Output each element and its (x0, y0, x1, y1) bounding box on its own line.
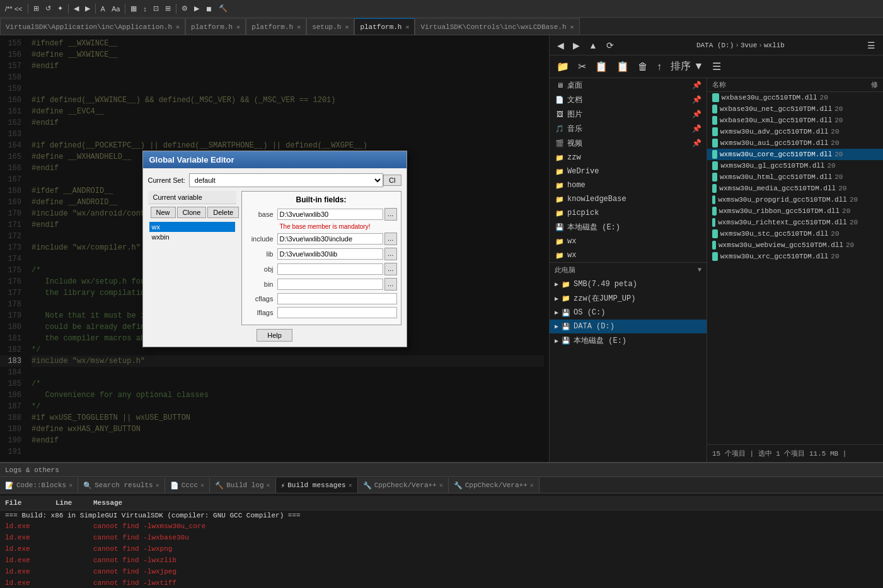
tree-item-data-d[interactable]: ▶ 💾 DATA (D:) (550, 320, 707, 333)
variable-item-wxbin[interactable]: wxbin (149, 232, 235, 242)
field-more-obj[interactable]: … (384, 263, 397, 275)
tree-item-local-disk-e[interactable]: ▶ 💾 本地磁盘 (E:) (550, 333, 707, 348)
tree-item-wx-1[interactable]: 📁 wx (550, 234, 707, 248)
toolbar-btn-build3[interactable]: ⏹ (203, 4, 215, 14)
toolbar-btn-misc2[interactable]: ↕ (141, 4, 149, 14)
logs-tab-buildmsg[interactable]: ⚡ Build messages ✕ (276, 478, 358, 493)
toolbar-btn-misc1[interactable]: ▦ (128, 3, 139, 14)
current-set-select[interactable]: default (189, 173, 383, 187)
rt-up-btn[interactable]: ↑ (654, 60, 665, 74)
logs-tab-close[interactable]: ✕ (349, 481, 352, 489)
file-item[interactable]: wxmsw30u_adv_gcc510TDM.dll 20 (707, 126, 883, 137)
rt-sort-btn[interactable]: 排序 ▼ (667, 59, 707, 74)
rt-cut-btn[interactable]: ✂ (575, 59, 589, 74)
variable-item-wx[interactable]: wx (149, 222, 235, 232)
tab-close-platform-2[interactable]: ✕ (297, 23, 301, 31)
tree-item-smb[interactable]: ▶ 📁 SMB(7.49 peta) (550, 277, 707, 291)
toolbar-btn-build2[interactable]: ▶ (192, 3, 202, 14)
new-button[interactable]: New (151, 207, 176, 218)
logs-tab-cccc[interactable]: 📄 Cccc ✕ (165, 478, 210, 493)
field-input-bin[interactable] (277, 279, 383, 290)
toolbar-btn-misc4[interactable]: ⊞ (163, 3, 173, 14)
tree-item-knowledgebase[interactable]: 📁 knowledgeBase (550, 192, 707, 206)
field-more-lib[interactable]: … (384, 248, 397, 260)
logs-tab-close[interactable]: ✕ (156, 481, 159, 489)
toolbar-btn-a2[interactable]: Aa (109, 4, 122, 14)
rt-paste-btn[interactable]: 📋 (613, 59, 632, 74)
field-more-base[interactable]: … (384, 208, 397, 221)
tab-application-h[interactable]: VirtualSDK\Application\inc\Application.h… (0, 18, 185, 35)
toolbar-btn-a1[interactable]: A (98, 4, 108, 14)
tree-item-wx-2[interactable]: 📁 wx (550, 248, 707, 262)
tree-item-music[interactable]: 🎵 音乐 📌 (550, 122, 707, 136)
logs-tab-codeblocks[interactable]: 📝 Code::Blocks ✕ (0, 478, 78, 493)
tree-item-documents[interactable]: 📄 文档 📌 (550, 93, 707, 107)
tree-item-home[interactable]: 📁 home (550, 178, 707, 192)
tab-close-setup[interactable]: ✕ (345, 23, 349, 31)
computer-header[interactable]: 此电脑 ▼ (550, 263, 707, 277)
rt-copy-btn[interactable]: 📋 (592, 59, 611, 74)
tree-item-video[interactable]: 🎬 视频 📌 (550, 136, 707, 151)
tab-setup-h[interactable]: setup.h ✕ (306, 18, 354, 35)
field-input-include[interactable] (277, 233, 383, 245)
logs-tab-close[interactable]: ✕ (530, 481, 534, 489)
file-item[interactable]: wxbase30u_gcc510TDM.dll 20 (707, 92, 883, 103)
tree-item-wedrive[interactable]: 📁 WeDrive (550, 164, 707, 178)
file-item[interactable]: wxbase30u_xml_gcc510TDM.dll 20 (707, 115, 883, 126)
toolbar-btn-nav3[interactable]: ✦ (55, 3, 66, 14)
field-more-include[interactable]: … (384, 233, 397, 245)
toolbar-btn-forward[interactable]: ▶ (83, 3, 93, 14)
field-input-base[interactable] (277, 209, 383, 220)
tab-close-platform-active[interactable]: ✕ (405, 23, 409, 31)
file-item[interactable]: wxmsw30u_richtext_gcc510TDM.dll 20 (707, 217, 883, 228)
field-input-cflags[interactable] (277, 293, 397, 304)
file-item-selected[interactable]: wxmsw30u_core_gcc510TDM.dll 20 (707, 149, 883, 160)
logs-tab-buildlog[interactable]: 🔨 Build log ✕ (210, 478, 275, 493)
nav-back-btn[interactable]: ◀ (555, 39, 567, 52)
toolbar-btn-1[interactable]: /** << (3, 4, 25, 14)
logs-tab-cppcheck2[interactable]: 🔧 CppCheck/Vera++ ✕ (449, 478, 540, 493)
tab-platform-h-2[interactable]: platform.h ✕ (246, 18, 306, 35)
file-item[interactable]: wxmsw30u_webview_gcc510TDM.dll 20 (707, 239, 883, 251)
tab-wxlcdbase[interactable]: VirtualSDK\Controls\inc\wxLCDBase.h ✕ (415, 18, 579, 35)
tree-item-desktop[interactable]: 🖥 桌面 📌 (550, 78, 707, 93)
tree-item-local-e[interactable]: 💾 本地磁盘 (E:) (550, 220, 707, 234)
field-input-lflags[interactable] (277, 307, 397, 318)
toolbar-btn-build1[interactable]: ⚙ (179, 3, 190, 14)
rt-view-btn[interactable]: ☰ (709, 59, 724, 74)
logs-tab-close[interactable]: ✕ (267, 481, 270, 489)
logs-tab-close[interactable]: ✕ (200, 481, 204, 489)
nav-up-btn[interactable]: ▲ (586, 39, 600, 52)
tab-close-wxlcdbase[interactable]: ✕ (570, 23, 574, 31)
tab-close-platform-1[interactable]: ✕ (236, 23, 240, 31)
tree-item-zzw-jump[interactable]: ▶ 📁 zzw(在JUMP_UP) (550, 291, 707, 306)
help-button[interactable]: Help (257, 329, 292, 342)
file-item[interactable]: wxmsw30u_ribbon_gcc510TDM.dll 20 (707, 205, 883, 217)
tab-platform-h-active[interactable]: platform.h ✕ (354, 18, 415, 35)
toolbar-btn-back[interactable]: ◀ (71, 3, 81, 14)
tab-platform-h-1[interactable]: platform.h ✕ (185, 18, 246, 35)
nav-forward-btn[interactable]: ▶ (570, 39, 582, 52)
rt-new-btn[interactable]: 📁 (553, 59, 572, 74)
tree-item-zzw[interactable]: 📁 zzw (550, 151, 707, 164)
tree-item-os-c[interactable]: ▶ 💾 OS (C:) (550, 306, 707, 320)
tab-close-application-h[interactable]: ✕ (176, 23, 180, 31)
file-item[interactable]: wxmsw30u_stc_gcc510TDM.dll 20 (707, 228, 883, 239)
file-item[interactable]: wxmsw30u_propgrid_gcc510TDM.dll 20 (707, 194, 883, 205)
clone-button[interactable]: Clone (177, 207, 207, 218)
file-item[interactable]: wxmsw30u_aui_gcc510TDM.dll 20 (707, 137, 883, 149)
logs-tab-search[interactable]: 🔍 Search results ✕ (78, 478, 164, 493)
delete-button[interactable]: Delete (207, 207, 239, 218)
file-item[interactable]: wxmsw30u_media_gcc510TDM.dll 20 (707, 183, 883, 194)
file-item[interactable]: wxmsw30u_html_gcc510TDM.dll 20 (707, 171, 883, 183)
right-menu-btn[interactable]: ☰ (865, 39, 878, 52)
tree-item-picpick[interactable]: 📁 picpick (550, 206, 707, 220)
nav-refresh-btn[interactable]: ⟳ (604, 39, 616, 52)
field-input-obj[interactable] (277, 263, 383, 275)
toolbar-btn-build4[interactable]: 🔨 (216, 3, 230, 14)
logs-tab-close[interactable]: ✕ (69, 481, 72, 489)
dialog-close-btn[interactable]: Cl (383, 175, 401, 186)
file-item[interactable]: wxmsw30u_xrc_gcc510TDM.dll 20 (707, 251, 883, 262)
file-item[interactable]: wxbase30u_net_gcc510TDM.dll 20 (707, 103, 883, 115)
rt-delete-btn[interactable]: 🗑 (635, 60, 651, 74)
